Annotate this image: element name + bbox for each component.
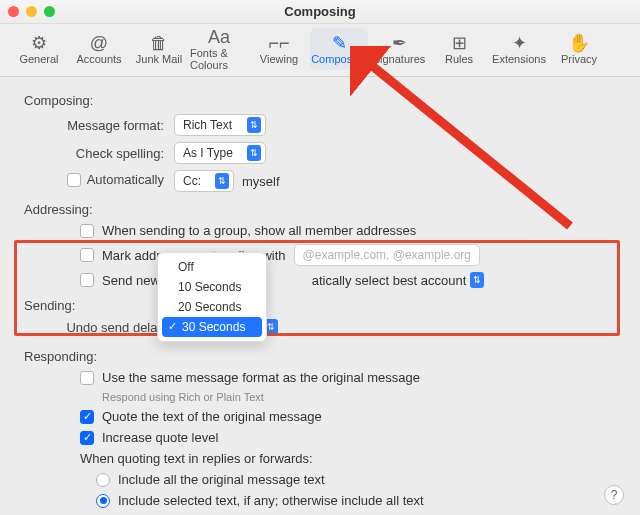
check-spelling-label: Check spelling: (24, 146, 174, 161)
fonts-colours-icon: Aa (208, 27, 230, 47)
auto-cc-field-select[interactable]: Cc: ⇅ (174, 170, 234, 192)
mark-addresses-checkbox[interactable] (80, 248, 94, 262)
message-format-label: Message format: (24, 118, 174, 133)
toolbar-tab-label: Privacy (561, 53, 597, 65)
signatures-icon: ✒ (392, 33, 407, 53)
auto-cc-field-value: Cc: (183, 174, 201, 188)
toolbar-tab-label: Extensions (492, 53, 546, 65)
check-spelling-value: As I Type (183, 146, 233, 160)
window-title: Composing (0, 4, 640, 19)
toolbar-tab-label: Rules (445, 53, 473, 65)
sending-heading: Sending: (24, 298, 616, 313)
chevron-updown-icon: ⇅ (247, 117, 261, 133)
undo-delay-option[interactable]: Off (158, 257, 266, 277)
addressing-heading: Addressing: (24, 202, 616, 217)
auto-cc-label: Automatically (87, 172, 164, 187)
toolbar-tab-fonts-colours[interactable]: AaFonts & Colours (190, 28, 248, 70)
toolbar-tab-label: Accounts (76, 53, 121, 65)
toolbar-tab-signatures[interactable]: ✒Signatures (370, 28, 428, 70)
toolbar-tab-label: Composing (311, 53, 367, 65)
mark-addresses-input[interactable]: @example.com, @example.org (294, 244, 480, 266)
chevron-updown-icon: ⇅ (247, 145, 261, 161)
auto-cc-suffix: myself (242, 174, 280, 189)
toolbar-tab-extensions[interactable]: ✦Extensions (490, 28, 548, 70)
responding-heading: Responding: (24, 349, 616, 364)
toolbar-tab-rules[interactable]: ⊞Rules (430, 28, 488, 70)
toolbar-tab-label: Signatures (373, 53, 426, 65)
auto-cc-checkbox[interactable] (67, 173, 81, 187)
privacy-icon: ✋ (568, 33, 590, 53)
junk-mail-icon: 🗑 (150, 33, 168, 53)
undo-delay-option[interactable]: 20 Seconds (158, 297, 266, 317)
check-spelling-select[interactable]: As I Type ⇅ (174, 142, 266, 164)
when-quoting-label: When quoting text in replies or forwards… (80, 451, 313, 466)
send-from-checkbox[interactable] (80, 273, 94, 287)
include-all-label: Include all the original message text (118, 472, 325, 487)
extensions-icon: ✦ (512, 33, 527, 53)
message-format-select[interactable]: Rich Text ⇅ (174, 114, 266, 136)
accounts-icon: @ (90, 33, 108, 53)
undo-delay-option[interactable]: 30 Seconds (162, 317, 262, 337)
toolbar-tab-label: Fonts & Colours (190, 47, 248, 71)
toolbar-tab-accounts[interactable]: @Accounts (70, 28, 128, 70)
toolbar-tab-label: Junk Mail (136, 53, 182, 65)
general-icon: ⚙ (31, 33, 47, 53)
same-format-hint: Respond using Rich or Plain Text (102, 391, 616, 403)
toolbar-tab-label: General (19, 53, 58, 65)
quote-label: Quote the text of the original message (102, 409, 322, 424)
preferences-content: Composing: Message format: Rich Text ⇅ C… (0, 77, 640, 514)
undo-delay-option[interactable]: 10 Seconds (158, 277, 266, 297)
include-selected-label: Include selected text, if any; otherwise… (118, 493, 424, 508)
send-from-suffix: atically select best account (312, 273, 467, 288)
toolbar-tab-privacy[interactable]: ✋Privacy (550, 28, 608, 70)
include-selected-radio[interactable] (96, 494, 110, 508)
quote-checkbox[interactable]: ✓ (80, 410, 94, 424)
message-format-value: Rich Text (183, 118, 232, 132)
help-button[interactable]: ? (604, 485, 624, 505)
group-addresses-checkbox[interactable] (80, 224, 94, 238)
toolbar-tab-composing[interactable]: ✎Composing (310, 28, 368, 70)
composing-heading: Composing: (24, 93, 616, 108)
rules-icon: ⊞ (452, 33, 467, 53)
increase-quote-label: Increase quote level (102, 430, 218, 445)
preferences-toolbar: ⚙General@Accounts🗑Junk MailAaFonts & Col… (0, 24, 640, 77)
include-all-radio[interactable] (96, 473, 110, 487)
increase-quote-checkbox[interactable]: ✓ (80, 431, 94, 445)
same-format-label: Use the same message format as the origi… (102, 370, 420, 385)
viewing-icon: ⌐⌐ (268, 33, 289, 53)
same-format-checkbox[interactable] (80, 371, 94, 385)
undo-send-delay-popup[interactable]: Off10 Seconds20 Seconds30 Seconds (157, 252, 267, 342)
composing-icon: ✎ (332, 33, 347, 53)
group-addresses-label: When sending to a group, show all member… (102, 223, 416, 238)
chevron-updown-icon[interactable]: ⇅ (470, 272, 484, 288)
toolbar-tab-label: Viewing (260, 53, 298, 65)
titlebar: Composing (0, 0, 640, 24)
chevron-updown-icon: ⇅ (215, 173, 229, 189)
toolbar-tab-junk-mail[interactable]: 🗑Junk Mail (130, 28, 188, 70)
undo-send-delay-label: Undo send delay (24, 320, 174, 335)
toolbar-tab-viewing[interactable]: ⌐⌐Viewing (250, 28, 308, 70)
toolbar-tab-general[interactable]: ⚙General (10, 28, 68, 70)
